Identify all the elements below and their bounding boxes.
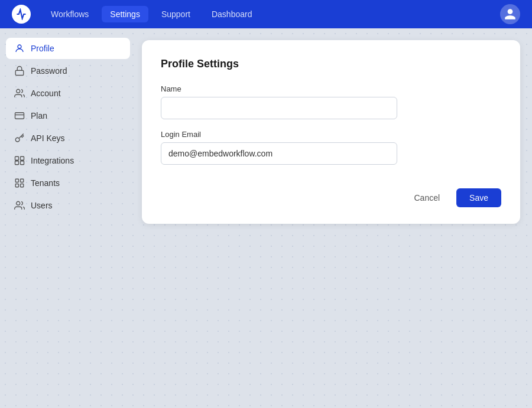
settings-title: Profile Settings [161, 58, 501, 70]
sidebar-item-plan[interactable]: Plan [6, 105, 130, 126]
main-content: Profile Settings Name Login Email Cancel… [136, 28, 532, 408]
form-actions: Cancel Save [161, 181, 501, 207]
api-keys-icon [14, 133, 25, 143]
topnav: Workflows Settings Support Dashboard [0, 0, 532, 28]
email-group: Login Email [161, 130, 501, 165]
name-group: Name [161, 84, 501, 119]
email-label: Login Email [161, 130, 501, 139]
svg-rect-12 [21, 184, 24, 187]
svg-rect-5 [15, 156, 19, 160]
users-icon [14, 200, 25, 211]
sidebar-item-api-keys[interactable]: API Keys [6, 128, 130, 149]
nav-dashboard[interactable]: Dashboard [203, 6, 261, 22]
svg-rect-3 [15, 113, 24, 119]
sidebar-item-password[interactable]: Password [6, 60, 130, 81]
name-label: Name [161, 84, 501, 93]
svg-rect-8 [21, 161, 24, 165]
settings-card: Profile Settings Name Login Email Cancel… [142, 40, 520, 224]
nav-workflows[interactable]: Workflows [43, 6, 97, 22]
svg-point-0 [18, 45, 21, 48]
nav-settings[interactable]: Settings [102, 6, 148, 22]
user-avatar[interactable] [500, 4, 520, 24]
cancel-button[interactable]: Cancel [403, 188, 450, 207]
svg-point-4 [15, 138, 20, 142]
save-button[interactable]: Save [456, 188, 501, 207]
main-layout: Profile Password Account Plan API Keys [0, 28, 532, 408]
plan-icon [14, 110, 25, 121]
nav-support[interactable]: Support [153, 6, 199, 22]
name-input[interactable] [161, 97, 397, 119]
svg-rect-10 [21, 179, 24, 182]
svg-rect-1 [15, 70, 24, 75]
sidebar-item-tenants[interactable]: Tenants [6, 172, 130, 194]
sidebar-item-integrations[interactable]: Integrations [6, 150, 130, 171]
svg-rect-9 [15, 179, 18, 182]
svg-point-13 [17, 201, 20, 205]
svg-rect-11 [15, 184, 18, 187]
svg-rect-7 [15, 161, 19, 165]
profile-icon [14, 43, 25, 54]
password-icon [14, 66, 25, 76]
sidebar: Profile Password Account Plan API Keys [0, 28, 136, 408]
email-input[interactable] [161, 142, 397, 165]
sidebar-item-users[interactable]: Users [6, 195, 130, 216]
account-icon [14, 88, 25, 99]
integrations-icon [14, 155, 25, 166]
sidebar-item-profile[interactable]: Profile [6, 38, 130, 59]
svg-point-2 [17, 89, 20, 93]
tenants-icon [14, 178, 25, 188]
logo [12, 5, 31, 24]
svg-rect-6 [21, 156, 24, 160]
sidebar-item-account[interactable]: Account [6, 83, 130, 104]
